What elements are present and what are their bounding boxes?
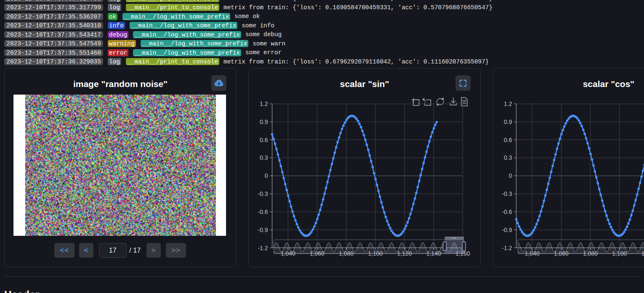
- svg-text:0.6: 0.6: [260, 136, 268, 143]
- svg-text:1,060: 1,060: [554, 250, 569, 257]
- svg-text:1,160: 1,160: [455, 250, 470, 257]
- svg-text:1,060: 1,060: [310, 250, 325, 257]
- svg-text:1,120: 1,120: [397, 250, 412, 257]
- svg-text:1.2: 1.2: [260, 100, 268, 107]
- svg-text:1,100: 1,100: [368, 250, 383, 257]
- svg-text:1,040: 1,040: [281, 250, 295, 257]
- svg-text:1,100: 1,100: [612, 250, 627, 257]
- svg-text:-1.2: -1.2: [502, 244, 512, 251]
- svg-text:-0.3: -0.3: [258, 190, 268, 197]
- svg-text:1.2: 1.2: [504, 100, 512, 107]
- svg-text:-0.6: -0.6: [502, 208, 512, 215]
- svg-text:1,080: 1,080: [339, 250, 354, 257]
- svg-text:1,040: 1,040: [525, 250, 540, 257]
- svg-text:0.3: 0.3: [504, 154, 512, 161]
- svg-text:0.9: 0.9: [504, 118, 512, 125]
- svg-text:0.3: 0.3: [260, 154, 268, 161]
- svg-text:0.6: 0.6: [504, 136, 512, 143]
- svg-text:0: 0: [509, 172, 512, 179]
- svg-text:0: 0: [265, 172, 268, 179]
- svg-text:1,120: 1,120: [641, 250, 644, 257]
- svg-text:1,080: 1,080: [583, 250, 598, 257]
- svg-text:1,140: 1,140: [426, 250, 441, 257]
- svg-text:0.9: 0.9: [260, 118, 268, 125]
- svg-text:-0.6: -0.6: [258, 208, 268, 215]
- svg-text:-0.3: -0.3: [502, 190, 512, 197]
- svg-text:-0.9: -0.9: [258, 226, 268, 233]
- svg-text:-0.9: -0.9: [502, 226, 512, 233]
- svg-text:-1.2: -1.2: [258, 244, 268, 251]
